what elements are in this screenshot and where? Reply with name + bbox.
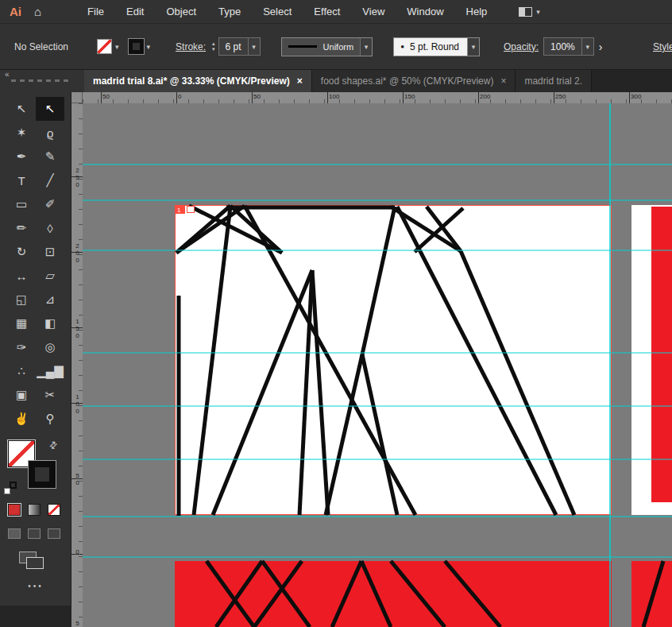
gradient-tool[interactable]: ◧: [36, 312, 64, 335]
mesh-tool[interactable]: ▦: [7, 312, 36, 335]
menu-view[interactable]: View: [351, 0, 396, 24]
app-logo[interactable]: Ai: [10, 5, 21, 18]
opacity-field[interactable]: 100% ▾: [543, 37, 594, 56]
home-icon[interactable]: ⌂: [34, 5, 41, 18]
menu-object[interactable]: Object: [155, 0, 207, 24]
lasso-tool[interactable]: ϱ: [36, 121, 64, 145]
perspective-grid-tool[interactable]: ⊿: [36, 288, 64, 312]
fill-none-swatch[interactable]: [97, 39, 112, 54]
width-profile-dropdown[interactable]: Uniform ▾: [281, 37, 373, 56]
line-segment-tool[interactable]: ╱: [36, 168, 64, 192]
rectangle-tool[interactable]: ▭: [7, 192, 36, 216]
tab-madrid-trial-8[interactable]: madrid trial 8.ai* @ 33.33% (CMYK/Previe…: [84, 70, 312, 92]
artwork-line[interactable]: [332, 561, 361, 627]
gradient-button[interactable]: [28, 504, 41, 516]
direct-selection-tool[interactable]: ↖: [36, 97, 64, 121]
artwork-line[interactable]: [213, 270, 312, 515]
artwork-line[interactable]: [362, 354, 397, 515]
artwork-line[interactable]: [643, 561, 663, 627]
close-tab-icon[interactable]: ×: [500, 75, 506, 87]
menu-file[interactable]: File: [76, 0, 115, 24]
rotate-tool[interactable]: ↻: [7, 240, 36, 264]
artwork-line[interactable]: [397, 207, 556, 515]
artwork-line[interactable]: [254, 561, 302, 627]
artwork-line[interactable]: [207, 561, 254, 627]
stroke-swatch[interactable]: [29, 461, 56, 488]
shaper-tool[interactable]: ✏: [7, 216, 36, 240]
blend-tool[interactable]: ◎: [36, 335, 64, 359]
artwork-line[interactable]: [391, 561, 445, 627]
screen-mode-button[interactable]: [19, 552, 48, 572]
hand-tool[interactable]: ✌: [7, 407, 36, 431]
menu-type[interactable]: Type: [207, 0, 252, 24]
artwork-line[interactable]: [445, 561, 500, 627]
slice-tool[interactable]: ✂: [36, 383, 64, 407]
artwork-line[interactable]: [461, 251, 574, 515]
draw-behind-button[interactable]: [28, 528, 41, 539]
collapse-panels-icon[interactable]: «: [5, 70, 10, 79]
artwork-line[interactable]: [216, 561, 262, 627]
type-tool[interactable]: T: [7, 168, 36, 192]
artboard-tool[interactable]: ▣: [7, 383, 36, 407]
draw-normal-button[interactable]: [8, 528, 21, 539]
artwork-line[interactable]: [326, 354, 362, 515]
artwork-line[interactable]: [245, 206, 415, 515]
brush-dropdown[interactable]: ● 5 pt. Round: [393, 37, 468, 56]
artwork-line[interactable]: [262, 561, 310, 627]
stroke-weight-field[interactable]: 6 pt ▾: [218, 37, 261, 56]
shape-builder-tool[interactable]: ◱: [7, 288, 36, 312]
edit-toolbar-button[interactable]: •••: [0, 582, 71, 590]
workspace-switcher[interactable]: ▾: [519, 7, 540, 17]
canvas-area[interactable]: 1: [83, 103, 672, 627]
paintbrush-tool[interactable]: ✐: [36, 192, 64, 216]
eyedropper-tool[interactable]: ✑: [7, 335, 36, 359]
chevron-down-icon[interactable]: ▾: [147, 43, 151, 51]
canvas-svg[interactable]: 1: [83, 103, 672, 627]
width-tool[interactable]: ↔: [7, 264, 36, 288]
column-graph-tool[interactable]: ▁▄▇: [36, 359, 64, 383]
artwork-line[interactable]: [362, 207, 395, 354]
menu-window[interactable]: Window: [396, 0, 454, 24]
menu-effect[interactable]: Effect: [303, 0, 351, 24]
magic-wand-tool[interactable]: ✶: [7, 121, 36, 145]
chevron-down-icon[interactable]: ▾: [248, 38, 260, 55]
pen-tool[interactable]: ✒: [7, 145, 36, 168]
symbol-sprayer-tool[interactable]: ∴: [7, 359, 36, 383]
stroke-weight-stepper[interactable]: ▴▾: [212, 41, 215, 52]
scale-tool[interactable]: ⊡: [36, 240, 64, 264]
menu-select[interactable]: Select: [252, 0, 303, 24]
menu-help[interactable]: Help: [455, 0, 499, 24]
chevron-down-icon[interactable]: ▾: [468, 37, 480, 56]
close-tab-icon[interactable]: ×: [297, 75, 303, 87]
stroke-panel-link[interactable]: Stroke:: [176, 41, 206, 52]
fill-control[interactable]: ▾: [97, 39, 119, 54]
artwork-line[interactable]: [312, 270, 328, 515]
tab-food-shapes[interactable]: food shapes.ai* @ 50% (CMYK/Preview) ×: [312, 70, 516, 92]
curvature-tool[interactable]: ✎: [36, 145, 64, 168]
stroke-color-swatch[interactable]: [129, 39, 144, 54]
ruler-corner[interactable]: [71, 92, 83, 103]
chevron-down-icon[interactable]: ▾: [115, 43, 119, 51]
eraser-tool[interactable]: ◊: [36, 216, 64, 240]
more-options-arrow[interactable]: ›: [599, 41, 603, 53]
swap-fill-stroke-icon[interactable]: ⇄: [47, 438, 60, 451]
horizontal-ruler[interactable]: 50050100150200250300: [83, 92, 672, 103]
none-button[interactable]: [48, 504, 60, 516]
stepper-down-icon[interactable]: ▾: [212, 47, 215, 52]
zoom-tool[interactable]: ⚲: [36, 407, 64, 431]
chevron-down-icon[interactable]: ▾: [581, 38, 593, 55]
free-transform-tool[interactable]: ▱: [36, 264, 64, 288]
draw-inside-button[interactable]: [48, 528, 60, 539]
default-fill-stroke-icon[interactable]: [4, 482, 17, 494]
color-button[interactable]: [8, 504, 21, 516]
artwork-line[interactable]: [361, 561, 391, 627]
stroke-control[interactable]: ▾: [129, 39, 151, 54]
selection-tool[interactable]: ↖: [7, 97, 36, 121]
chevron-down-icon[interactable]: ▾: [360, 38, 372, 56]
panel-grip[interactable]: [11, 79, 71, 82]
artwork-line[interactable]: [194, 207, 230, 515]
menu-edit[interactable]: Edit: [115, 0, 155, 24]
vertical-ruler[interactable]: 2502001501005005: [71, 103, 83, 627]
opacity-panel-link[interactable]: Opacity:: [504, 41, 539, 52]
tab-madrid-trial-2[interactable]: madrid trial 2.: [516, 70, 592, 92]
